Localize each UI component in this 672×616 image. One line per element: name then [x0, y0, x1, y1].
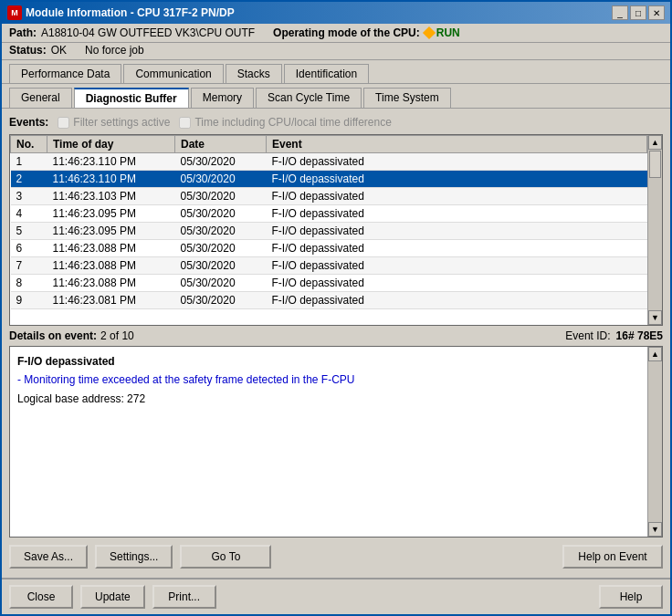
table-row[interactable]: 711:46:23.088 PM05/30/2020F-I/O depassiv… [11, 257, 647, 275]
col-date: Date [175, 136, 267, 153]
col-time: Time of day [47, 136, 175, 153]
scroll-down-btn[interactable]: ▼ [648, 310, 662, 325]
title-buttons: _ □ ✕ [612, 5, 665, 20]
scroll-up-btn[interactable]: ▲ [648, 135, 662, 150]
table-row[interactable]: 411:46:23.095 PM05/30/2020F-I/O depassiv… [11, 205, 647, 223]
no-force-label: No force job [85, 44, 144, 57]
tab-scan-cycle-time[interactable]: Scan Cycle Time [256, 88, 362, 108]
path-label: Path: [9, 26, 37, 39]
scroll-thumb[interactable] [649, 151, 661, 178]
details-scroll-down[interactable]: ▼ [648, 522, 662, 537]
details-label: Details on event: [9, 329, 97, 342]
event-id-label: Event ID: [565, 329, 610, 342]
filter-checkbox-item: Filter settings active [58, 116, 170, 129]
tab-time-system[interactable]: Time System [363, 88, 451, 108]
details-line3: Logical base address: 272 [17, 390, 640, 408]
operating-label: Operating mode of the CPU: [273, 26, 420, 39]
table-row[interactable]: 611:46:23.088 PM05/30/2020F-I/O depassiv… [11, 240, 647, 257]
scroll-track[interactable] [648, 150, 662, 310]
status-label: Status: [9, 44, 47, 57]
tab-memory[interactable]: Memory [191, 88, 254, 108]
path-bar: Path: A18810-04 GW OUTFEED VK3\CPU OUTF … [2, 24, 670, 43]
tabs-row2: General Diagnostic Buffer Memory Scan Cy… [2, 84, 670, 109]
table-row[interactable]: 511:46:23.095 PM05/30/2020F-I/O depassiv… [11, 223, 647, 240]
table-row[interactable]: 211:46:23.110 PM05/30/2020F-I/O depassiv… [11, 171, 647, 188]
details-line1: F-I/O depassivated [17, 352, 640, 371]
table-scrollbar[interactable]: ▲ ▼ [647, 135, 662, 325]
details-scrollbar[interactable]: ▲ ▼ [647, 347, 662, 537]
go-to-button[interactable]: Go To [180, 545, 271, 569]
tab-general[interactable]: General [9, 88, 72, 108]
time-label: Time including CPU/local time difference [194, 116, 391, 129]
tabs-row1: Performance Data Communication Stacks Id… [2, 60, 670, 84]
tab-stacks[interactable]: Stacks [226, 64, 282, 83]
events-header: Events: Filter settings active Time incl… [9, 114, 663, 131]
help-on-event-button[interactable]: Help on Event [562, 545, 663, 569]
events-table-container: No. Time of day Date Event 111:46:23.110… [9, 134, 663, 326]
table-row[interactable]: 111:46:23.110 PM05/30/2020F-I/O depassiv… [11, 153, 647, 171]
save-as-button[interactable]: Save As... [9, 545, 88, 569]
events-table-scroll[interactable]: No. Time of day Date Event 111:46:23.110… [10, 135, 647, 325]
tab-communication[interactable]: Communication [123, 64, 223, 83]
details-header: Details on event: 2 of 10 Event ID: 16# … [9, 329, 663, 342]
content-area: Events: Filter settings active Time incl… [2, 109, 670, 578]
bottom-bar: Close Update Print... Help [2, 578, 670, 614]
print-button[interactable]: Print... [152, 585, 216, 609]
tab-performance-data[interactable]: Performance Data [9, 64, 121, 83]
details-line2: - Monitoring time exceeded at the safety… [17, 371, 640, 389]
events-label: Events: [9, 116, 48, 129]
help-button[interactable]: Help [599, 585, 663, 609]
update-button[interactable]: Update [80, 585, 145, 609]
action-buttons: Save As... Settings... Go To Help on Eve… [9, 541, 663, 572]
path-value: A18810-04 GW OUTFEED VK3\CPU OUTF [41, 26, 255, 39]
tab-diagnostic-buffer[interactable]: Diagnostic Buffer [74, 88, 189, 108]
maximize-button[interactable]: □ [630, 5, 646, 20]
events-table: No. Time of day Date Event 111:46:23.110… [10, 135, 647, 309]
details-area: F-I/O depassivated - Monitoring time exc… [9, 346, 663, 538]
filter-checkbox[interactable] [58, 117, 69, 129]
table-row[interactable]: 311:46:23.103 PM05/30/2020F-I/O depassiv… [11, 188, 647, 205]
time-checkbox-item: Time including CPU/local time difference [179, 116, 391, 129]
details-count: 2 of 10 [100, 329, 134, 342]
status-value: OK [51, 44, 67, 57]
window-title: Module Information - CPU 317F-2 PN/DP [26, 6, 235, 19]
main-window: M Module Information - CPU 317F-2 PN/DP … [0, 0, 672, 616]
status-bar: Status: OK No force job [2, 43, 670, 60]
table-row[interactable]: 911:46:23.081 PM05/30/2020F-I/O depassiv… [11, 292, 647, 309]
settings-button[interactable]: Settings... [95, 545, 173, 569]
title-bar: M Module Information - CPU 317F-2 PN/DP … [2, 2, 670, 24]
table-row[interactable]: 811:46:23.088 PM05/30/2020F-I/O depassiv… [11, 275, 647, 292]
col-no: No. [11, 136, 47, 153]
filter-label: Filter settings active [73, 116, 170, 129]
close-button[interactable]: ✕ [648, 5, 665, 20]
event-id-value: 16# 78E5 [616, 329, 663, 342]
tab-identification[interactable]: Identification [284, 64, 369, 83]
minimize-button[interactable]: _ [612, 5, 628, 20]
col-event: Event [267, 136, 647, 153]
details-text-content: F-I/O depassivated - Monitoring time exc… [10, 347, 647, 537]
diamond-icon [423, 26, 436, 39]
time-checkbox[interactable] [179, 117, 191, 129]
details-scroll-track[interactable] [648, 361, 662, 522]
operating-status: RUN [425, 26, 460, 39]
close-button-bottom[interactable]: Close [9, 585, 73, 609]
details-line2-text: - Monitoring time exceeded at the safety… [17, 373, 355, 386]
window-icon: M [7, 5, 22, 20]
details-scroll-up[interactable]: ▲ [648, 347, 662, 361]
